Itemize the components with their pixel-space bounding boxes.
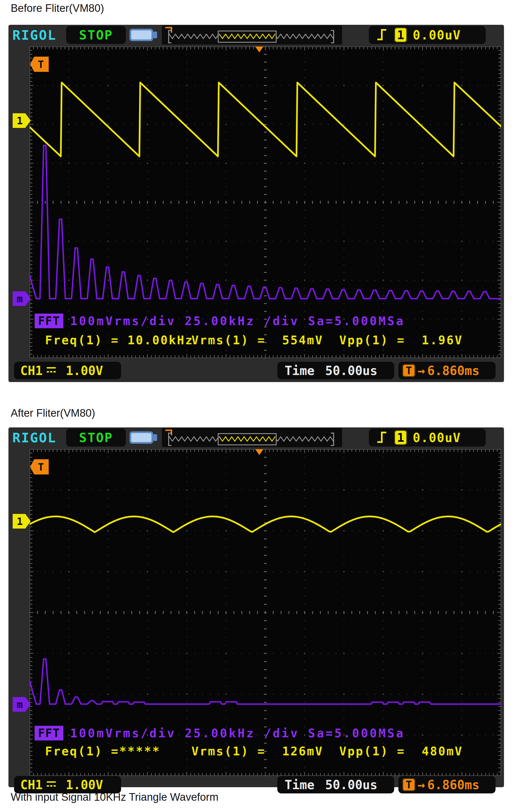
caption-before: Before Fliter(VM80) xyxy=(11,2,104,14)
trigger-level-readout: 0.00uV xyxy=(413,28,461,42)
channel-1-badge: 1 xyxy=(394,430,407,445)
trigger-offset-box: T → 6.860ms xyxy=(398,362,496,379)
volts-per-div: 1.00V xyxy=(66,778,103,792)
trigger-position-marker xyxy=(255,449,264,455)
trigger-readout-box: 1 0.00uV xyxy=(369,26,486,44)
battery-icon xyxy=(129,27,158,42)
channel-1-marker: 1 xyxy=(13,113,31,128)
scope-screen: T FFT 100mVrms/div 25.00kHz /div Sa=5.00… xyxy=(29,46,501,358)
trigger-position-marker xyxy=(255,46,264,53)
time-label: Time xyxy=(285,778,315,792)
time-value: 50.00us xyxy=(325,778,377,792)
acquisition-status: STOP xyxy=(66,26,126,44)
channel-footer-box: CH1 1.00V xyxy=(14,362,121,379)
trigger-slope-icon xyxy=(375,429,388,446)
channel-1-marker: 1 xyxy=(13,514,31,528)
acquisition-status: STOP xyxy=(66,428,126,447)
math-channel-marker: m xyxy=(13,291,31,306)
trigger-level-readout: 0.00uV xyxy=(413,430,461,445)
freq-measurement: Freq(1) =***** xyxy=(45,745,160,758)
fft-label-chip: FFT xyxy=(35,314,63,328)
trigger-offset-arrow: → xyxy=(418,778,425,792)
channel-label: CH1 xyxy=(20,364,42,378)
trigger-offset-badge: T xyxy=(402,364,415,377)
timebase-box: Time 50.00us xyxy=(277,362,394,379)
rigol-logo: RIGOL xyxy=(13,26,56,44)
time-label: Time xyxy=(285,364,315,378)
timebase-box: Time 50.00us xyxy=(277,776,394,793)
trigger-offset-badge: T xyxy=(402,778,415,791)
caption-after: After Fliter(VM80) xyxy=(11,407,95,419)
vrms-measurement: Vrms(1) = 554mV xyxy=(192,333,323,347)
coupling-icon xyxy=(46,778,57,792)
trigger-offset-value: 6.860ms xyxy=(427,778,480,792)
rigol-logo: RIGOL xyxy=(13,428,56,447)
trigger-offset-value: 6.860ms xyxy=(427,364,480,378)
waveform-plot xyxy=(29,46,501,358)
trigger-slope-icon xyxy=(375,26,388,43)
fft-scale-readout: 100mVrms/div 25.00kHz /div Sa=5.000MSa xyxy=(70,314,405,328)
vpp-measurement: Vpp(1) = 480mV xyxy=(339,745,463,758)
coupling-icon xyxy=(46,364,57,378)
channel-1-badge: 1 xyxy=(394,27,407,42)
freq-measurement: Freq(1) = 10.00kHz xyxy=(45,333,194,347)
volts-per-div: 1.00V xyxy=(66,364,103,378)
channel-label: CH1 xyxy=(20,778,42,792)
horizontal-position-widget xyxy=(162,25,342,44)
trigger-offset-box: T → 6.860ms xyxy=(398,776,496,793)
scope-screen: T FFT 100mVrms/div 25.00kHz /div Sa=5.00… xyxy=(29,449,501,776)
oscilloscope-screenshot-after: RIGOL STOP 1 0.00uV T FFT 100mVrms/div 2… xyxy=(8,427,504,787)
fft-scale-readout: 100mVrms/div 25.00kHz /div Sa=5.000MSa xyxy=(70,726,405,740)
channel-footer-box: CH1 1.00V xyxy=(14,776,121,793)
fft-label-chip: FFT xyxy=(35,726,63,740)
vrms-measurement: Vrms(1) = 126mV xyxy=(192,745,323,758)
battery-icon xyxy=(129,430,158,445)
trigger-readout-box: 1 0.00uV xyxy=(369,428,486,447)
math-channel-marker: m xyxy=(13,697,31,712)
trigger-offset-arrow: → xyxy=(418,364,425,378)
time-value: 50.00us xyxy=(325,364,377,378)
vpp-measurement: Vpp(1) = 1.96V xyxy=(339,333,463,347)
horizontal-position-widget xyxy=(162,428,342,447)
oscilloscope-screenshot-before: RIGOL STOP 1 0.00uV T FFT 100mVrms/div 2… xyxy=(8,25,504,382)
